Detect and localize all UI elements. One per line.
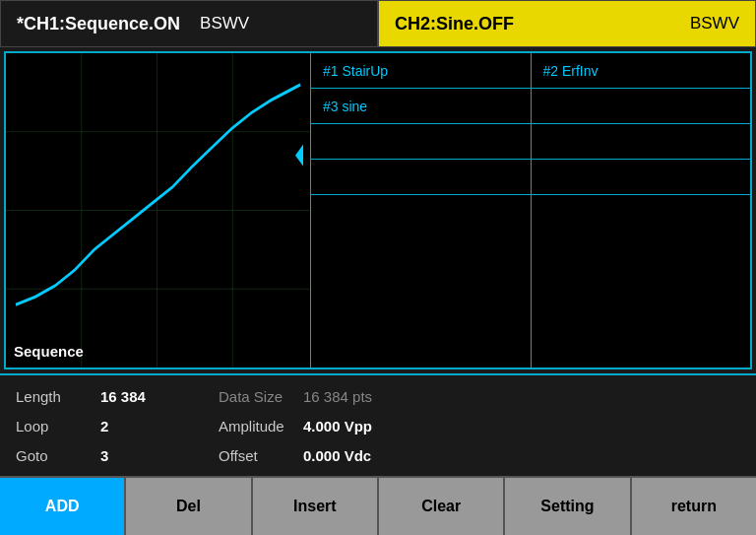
param-label: Loop	[16, 418, 85, 435]
param-value: 3	[100, 447, 179, 464]
toolbar-btn-return[interactable]: return	[632, 478, 756, 535]
param-label: Offset	[219, 447, 287, 464]
params-left: Length16 384Loop2Goto3	[16, 383, 179, 468]
toolbar-btn-setting[interactable]: Setting	[505, 478, 631, 535]
sequence-row[interactable]	[311, 124, 750, 160]
sequence-cell-right	[532, 195, 751, 368]
sequence-cell-left: #1 StairUp	[311, 53, 532, 88]
sequence-row[interactable]	[311, 195, 750, 368]
waveform-label: Sequence	[14, 343, 84, 360]
sequence-cell-left	[311, 195, 532, 368]
sequence-cell-left: #3 sine	[311, 89, 532, 123]
ch2-header[interactable]: CH2:Sine.OFF BSWV	[378, 0, 756, 47]
sequence-row[interactable]: #1 StairUp#2 ErfInv	[311, 53, 750, 89]
sequence-row[interactable]: #3 sine	[311, 89, 750, 124]
sequence-cell-right: #2 ErfInv	[532, 53, 751, 88]
toolbar-btn-clear[interactable]: Clear	[379, 478, 505, 535]
sequence-cell-right	[532, 160, 751, 194]
param-value: 16 384	[100, 388, 179, 405]
param-value: 0.000 Vdc	[303, 447, 382, 464]
sequence-cell-left	[311, 160, 532, 194]
ch1-bswv: BSWV	[200, 14, 249, 33]
param-label: Amplitude	[219, 418, 287, 435]
sequence-row[interactable]	[311, 160, 750, 195]
param-value: 2	[100, 418, 179, 435]
param-label: Data Size	[219, 388, 287, 405]
waveform-svg	[6, 53, 310, 368]
toolbar-btn-add[interactable]: ADD	[0, 478, 126, 535]
sequence-cell-right	[532, 89, 751, 123]
ch1-title: *CH1:Sequence.ON	[17, 14, 180, 34]
param-label: Length	[16, 388, 85, 405]
ch2-title: CH2:Sine.OFF	[395, 14, 514, 34]
main-content: Sequence #1 StairUp#2 ErfInv#3 sine	[4, 51, 752, 369]
svg-marker-6	[295, 145, 303, 167]
ch1-header[interactable]: *CH1:Sequence.ON BSWV	[0, 0, 378, 47]
toolbar: ADDDelInsertClearSettingreturn	[0, 476, 756, 535]
param-row-left: Loop2	[16, 413, 179, 438]
waveform-panel: Sequence	[6, 53, 311, 368]
param-value: 16 384 pts	[303, 388, 382, 405]
header: *CH1:Sequence.ON BSWV CH2:Sine.OFF BSWV	[0, 0, 756, 47]
sequence-panel: #1 StairUp#2 ErfInv#3 sine	[311, 53, 750, 368]
param-row-right: Data Size16 384 pts	[219, 383, 382, 409]
param-row-right: Amplitude4.000 Vpp	[219, 413, 382, 438]
ch2-bswv: BSWV	[690, 14, 739, 33]
param-row-left: Length16 384	[16, 383, 179, 409]
screen: *CH1:Sequence.ON BSWV CH2:Sine.OFF BSWV	[0, 0, 756, 535]
param-row-right: Offset0.000 Vdc	[219, 442, 382, 468]
params-right: Data Size16 384 ptsAmplitude4.000 VppOff…	[219, 383, 382, 468]
sequence-cell-right	[532, 124, 751, 159]
toolbar-btn-del[interactable]: Del	[126, 478, 252, 535]
sequence-cell-left	[311, 124, 532, 159]
param-row-left: Goto3	[16, 442, 179, 468]
toolbar-btn-insert[interactable]: Insert	[253, 478, 379, 535]
param-label: Goto	[16, 447, 85, 464]
param-value: 4.000 Vpp	[303, 418, 382, 435]
params-section: Length16 384Loop2Goto3 Data Size16 384 p…	[0, 373, 756, 476]
